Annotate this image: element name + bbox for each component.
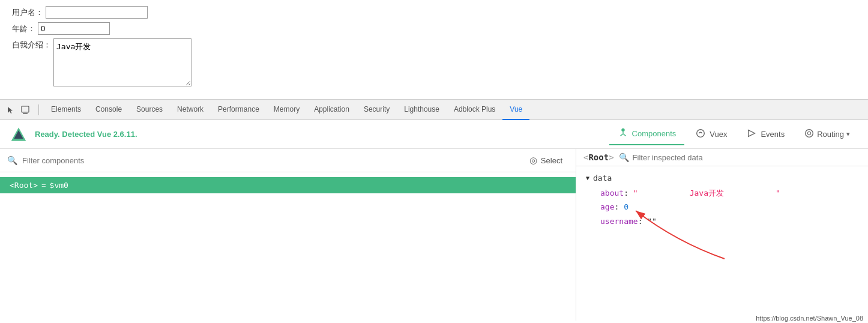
select-label: Select: [541, 156, 562, 165]
vue-panel: Ready. Detected Vue 2.6.11. Compone: [0, 120, 868, 321]
nav-events[interactable]: Events: [738, 124, 793, 145]
data-entry-username: username: "": [600, 214, 858, 228]
svg-point-11: [807, 131, 810, 134]
root-tag: <Root>: [10, 181, 38, 190]
components-panel: 🔍 ◎ Select <Root> = $vm0: [0, 149, 868, 321]
data-display: ▼ data about: " Java开发 " age: 0: [576, 166, 868, 321]
data-entries: about: " Java开发 " age: 0 username: "": [586, 186, 858, 228]
form-area: 用户名： 年龄： 自我介绍： Java开发: [0, 0, 868, 100]
username-key: username: [600, 217, 638, 226]
username-label: 用户名：: [12, 7, 43, 18]
right-header: <Root> 🔍: [576, 149, 868, 166]
root-var: $vm0: [50, 181, 68, 190]
root-component-item[interactable]: <Root> = $vm0: [0, 177, 576, 193]
about-value: " Java开发 ": [633, 189, 780, 198]
inspect-icon[interactable]: [19, 104, 31, 116]
svg-line-7: [623, 133, 626, 136]
intro-row: 自我介绍： Java开发: [12, 38, 856, 86]
tab-adblock-plus[interactable]: Adblock Plus: [447, 100, 502, 120]
components-active-underline: [609, 144, 685, 145]
data-entry-about: about: " Java开发 ": [600, 186, 858, 200]
routing-chevron-icon[interactable]: ▾: [846, 130, 850, 138]
data-entry-age: age: 0: [600, 200, 858, 214]
age-input[interactable]: [38, 22, 110, 35]
svg-rect-1: [23, 113, 28, 114]
nav-vuex[interactable]: Vuex: [687, 124, 735, 145]
expand-triangle: ▼: [586, 175, 589, 181]
components-icon: [618, 127, 628, 140]
nav-routing[interactable]: Routing ▾: [795, 124, 858, 145]
tab-sources[interactable]: Sources: [129, 100, 170, 120]
age-row: 年龄：: [12, 22, 856, 35]
age-key: age: [600, 202, 614, 211]
tab-application[interactable]: Application: [307, 100, 357, 120]
right-pane: <Root> 🔍 ▼ data about: " Java开发: [576, 149, 868, 321]
tab-elements[interactable]: Elements: [44, 100, 88, 120]
filter-search-icon: 🔍: [7, 155, 17, 165]
select-button[interactable]: ◎ Select: [523, 152, 568, 168]
left-pane: 🔍 ◎ Select <Root> = $vm0: [0, 149, 576, 321]
nav-routing-label: Routing: [817, 130, 844, 139]
devtools-tabs: Elements Console Sources Network Perform…: [44, 100, 529, 120]
age-value: 0: [624, 202, 628, 211]
component-tree: <Root> = $vm0: [0, 172, 576, 321]
toolbar-separator: [38, 104, 39, 115]
filter-bar: 🔍 ◎ Select: [0, 149, 576, 172]
data-section-label: data: [593, 174, 612, 183]
right-root-tag: <Root>: [583, 152, 614, 162]
select-icon: ◎: [529, 155, 537, 166]
vue-logo: [10, 125, 28, 143]
tab-network[interactable]: Network: [170, 100, 211, 120]
data-section-header[interactable]: ▼ data: [586, 174, 858, 183]
tab-lighthouse[interactable]: Lighthouse: [397, 100, 447, 120]
tab-security[interactable]: Security: [357, 100, 397, 120]
username-value: "": [647, 217, 657, 226]
about-colon: :: [624, 189, 633, 198]
routing-icon: [804, 128, 815, 141]
svg-rect-0: [22, 106, 29, 112]
age-label: 年龄：: [12, 23, 35, 34]
vue-nav: Components Vuex: [609, 124, 858, 145]
footer-url: https://blog.csdn.net/Shawn_Vue_08: [751, 313, 868, 321]
filter-inspected-input[interactable]: [633, 153, 861, 162]
username-input[interactable]: [46, 6, 148, 19]
svg-point-10: [806, 129, 813, 137]
nav-events-label: Events: [761, 130, 785, 139]
tab-vue[interactable]: Vue: [502, 100, 529, 120]
nav-vuex-label: Vuex: [710, 130, 727, 139]
filter-components-input[interactable]: [22, 156, 519, 165]
vue-topbar: Ready. Detected Vue 2.6.11. Compone: [0, 120, 868, 149]
nav-components-wrapper: Components: [609, 124, 685, 145]
root-equals: =: [41, 181, 46, 190]
svg-line-6: [620, 133, 623, 136]
username-colon: :: [638, 217, 648, 226]
intro-label: 自我介绍：: [12, 40, 51, 50]
age-colon: :: [614, 202, 624, 211]
username-row: 用户名：: [12, 6, 856, 19]
nav-components-label: Components: [632, 129, 677, 138]
devtools-toolbar: Elements Console Sources Network Perform…: [0, 100, 868, 120]
svg-marker-9: [749, 130, 755, 136]
devtools-icons: [5, 104, 34, 116]
tab-memory[interactable]: Memory: [267, 100, 307, 120]
cursor-icon[interactable]: [5, 104, 17, 116]
tab-performance[interactable]: Performance: [211, 100, 267, 120]
vuex-icon: [695, 128, 706, 141]
vue-status: Ready. Detected Vue 2.6.11.: [35, 130, 137, 139]
svg-point-4: [621, 128, 624, 131]
events-icon: [746, 128, 757, 141]
svg-point-8: [697, 129, 705, 137]
about-key: about: [600, 189, 624, 198]
right-filter: 🔍: [619, 152, 861, 162]
nav-components[interactable]: Components: [609, 124, 685, 144]
right-filter-icon: 🔍: [619, 152, 629, 162]
intro-textarea[interactable]: Java开发: [53, 38, 191, 86]
tab-console[interactable]: Console: [88, 100, 129, 120]
